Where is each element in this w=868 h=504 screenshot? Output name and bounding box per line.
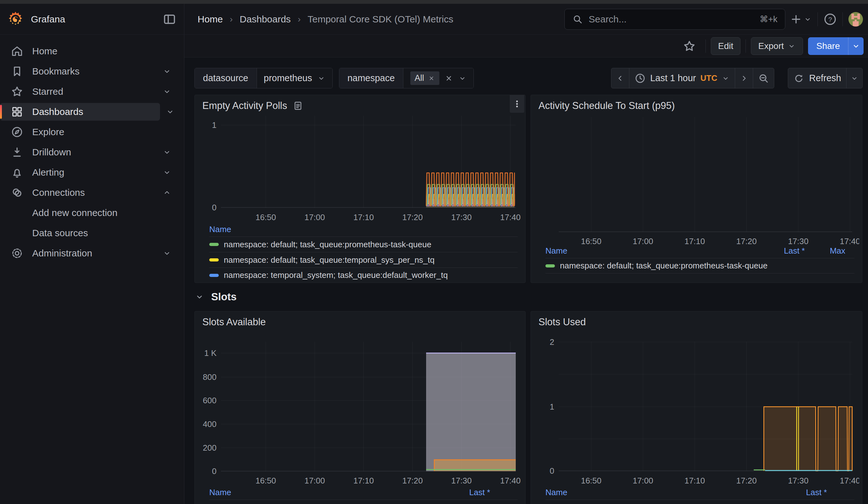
panel-title[interactable]: Activity Schedule To Start (p95) — [538, 100, 675, 112]
user-avatar[interactable] — [848, 12, 863, 27]
legend-column-name[interactable]: Name — [545, 246, 567, 256]
sidebar-item-add-new-connection[interactable]: Add new connection — [0, 204, 181, 222]
refresh-interval-chevron[interactable] — [847, 68, 862, 88]
svg-text:16:50: 16:50 — [581, 476, 601, 485]
panel-slots-available[interactable]: Slots Available 1 K800600400200016:5017:… — [194, 311, 526, 504]
panel-empty-activity-polls[interactable]: Empty Activity Polls 1016:5017:0017:1017… — [194, 95, 526, 283]
sidebar-item-home[interactable]: Home — [0, 42, 181, 60]
legend-column-last[interactable]: Last * — [784, 246, 805, 256]
timeseries-chart[interactable]: 21016:5017:0017:1017:2017:3017:40 — [531, 311, 862, 504]
panel-menu-kebab-icon[interactable] — [510, 95, 524, 113]
grafana-logo — [7, 11, 24, 28]
search-placeholder: Search... — [589, 14, 754, 25]
legend-item[interactable]: namespace: default; task_queue:prometheu… — [545, 258, 855, 274]
dashboard-toolbar: Edit Export Share — [184, 35, 868, 58]
svg-text:0: 0 — [550, 466, 554, 475]
panel-activity-schedule-to-start[interactable]: Activity Schedule To Start (p95) 16:5017… — [530, 95, 862, 283]
panel-description-icon[interactable] — [293, 101, 303, 111]
panel-title[interactable]: Slots Available — [202, 316, 266, 328]
sidebar-item-drilldown[interactable]: Drilldown — [0, 143, 181, 161]
chevron-down-icon — [722, 74, 730, 82]
row-toggle-slots[interactable]: Slots — [195, 290, 237, 304]
time-zoom-out-button[interactable] — [753, 68, 774, 88]
breadcrumb-separator: › — [230, 14, 232, 24]
namespace-label: namespace — [339, 68, 403, 88]
panel-title[interactable]: Slots Used — [538, 316, 586, 328]
panel-legend: Name Last * namespace: default; task_que… — [209, 487, 518, 504]
legend-item[interactable]: namespace: temporal_system; task_queue:d… — [209, 267, 518, 283]
legend-column-name[interactable]: Name — [209, 225, 231, 234]
series-color-pill — [545, 264, 555, 267]
series-color-pill — [209, 258, 219, 261]
clear-all-icon[interactable] — [444, 74, 453, 83]
svg-text:16:50: 16:50 — [581, 237, 601, 246]
sidebar-item-dashboards[interactable]: Dashboards — [0, 103, 160, 121]
time-shift-back-button[interactable] — [611, 68, 629, 88]
panel-legend: Name Last * Max namespace: default; task… — [545, 246, 855, 274]
svg-text:17:30: 17:30 — [451, 213, 472, 222]
sidebar-item-starred[interactable]: Starred — [0, 83, 181, 101]
panel-title[interactable]: Empty Activity Polls — [202, 100, 287, 112]
time-range-picker[interactable]: Last 1 hour UTC — [629, 68, 735, 88]
legend-column-last[interactable]: Last * — [806, 487, 827, 497]
sidebar-toggle-icon[interactable] — [163, 12, 176, 26]
svg-text:0: 0 — [212, 203, 217, 212]
legend-column-name[interactable]: Name — [209, 487, 231, 497]
breadcrumb-home[interactable]: Home — [198, 14, 223, 25]
brand-title: Grafana — [31, 14, 163, 25]
panel-slots-used[interactable]: Slots Used 21016:5017:0017:1017:2017:301… — [530, 311, 862, 504]
legend-column-max[interactable]: Max — [830, 246, 845, 256]
remove-tag-icon — [428, 75, 435, 82]
legend-item[interactable]: namespace: default; task_queue:prometheu… — [545, 500, 855, 504]
svg-text:0: 0 — [212, 466, 217, 476]
legend-item[interactable]: namespace: default; task_queue:prometheu… — [209, 237, 518, 252]
svg-text:16:50: 16:50 — [255, 213, 276, 222]
sidebar-item-explore[interactable]: Explore — [0, 123, 181, 141]
svg-text:17:10: 17:10 — [684, 237, 705, 246]
svg-text:200: 200 — [203, 443, 217, 453]
time-shift-forward-button[interactable] — [735, 68, 753, 88]
sidebar-item-connections[interactable]: Connections — [0, 184, 181, 202]
breadcrumb-dashboards[interactable]: Dashboards — [240, 14, 291, 25]
search-input[interactable]: Search... ⌘+k — [564, 9, 785, 30]
edit-button[interactable]: Edit — [711, 37, 741, 55]
legend-column-name[interactable]: Name — [545, 487, 567, 497]
breadcrumb-separator: › — [298, 14, 300, 24]
breadcrumb-current: Temporal Core SDK (OTel) Metrics — [308, 14, 453, 25]
series-color-pill — [209, 243, 219, 246]
namespace-tag-all[interactable]: All — [410, 71, 440, 85]
sidebar-item-alerting[interactable]: Alerting — [0, 164, 181, 181]
sidebar-item-data-sources[interactable]: Data sources — [0, 224, 181, 242]
datasource-label: datasource — [195, 68, 257, 88]
chevron-down-icon — [163, 87, 172, 96]
chevron-down-icon — [163, 148, 172, 157]
dashboards-grid-icon — [11, 105, 23, 118]
bookmark-icon — [11, 65, 23, 78]
chevron-down-icon — [166, 107, 175, 116]
timeseries-chart[interactable]: 1 K800600400200016:5017:0017:1017:2017:3… — [195, 311, 526, 504]
breadcrumb: Home › Dashboards › Temporal Core SDK (O… — [198, 14, 453, 25]
legend-item[interactable]: namespace: default; task_queue:temporal_… — [209, 252, 518, 267]
share-button[interactable]: Share — [808, 37, 848, 55]
add-new-button[interactable] — [790, 13, 812, 25]
svg-text:400: 400 — [203, 419, 217, 429]
chevron-up-icon — [163, 188, 172, 197]
sidebar-item-bookmarks[interactable]: Bookmarks — [0, 63, 181, 80]
gear-icon — [11, 247, 23, 260]
help-icon[interactable]: ? — [824, 13, 837, 26]
favorite-star-icon[interactable] — [683, 40, 696, 53]
divider — [745, 40, 746, 53]
series-color-pill — [209, 274, 219, 277]
window-top-strip — [0, 0, 868, 4]
legend-item[interactable]: namespace: default; task_queue:prometheu… — [209, 500, 518, 504]
datasource-variable[interactable]: datasource prometheus — [194, 68, 333, 89]
namespace-variable[interactable]: namespace All — [339, 68, 474, 89]
svg-text:17:30: 17:30 — [788, 476, 808, 485]
svg-text:17:00: 17:00 — [304, 476, 325, 485]
export-button[interactable]: Export — [751, 37, 803, 55]
svg-text:600: 600 — [203, 396, 217, 405]
sidebar-item-administration[interactable]: Administration — [0, 245, 181, 262]
share-menu-chevron[interactable] — [848, 37, 864, 55]
refresh-button[interactable]: Refresh — [788, 68, 847, 88]
legend-column-last[interactable]: Last * — [469, 487, 490, 497]
